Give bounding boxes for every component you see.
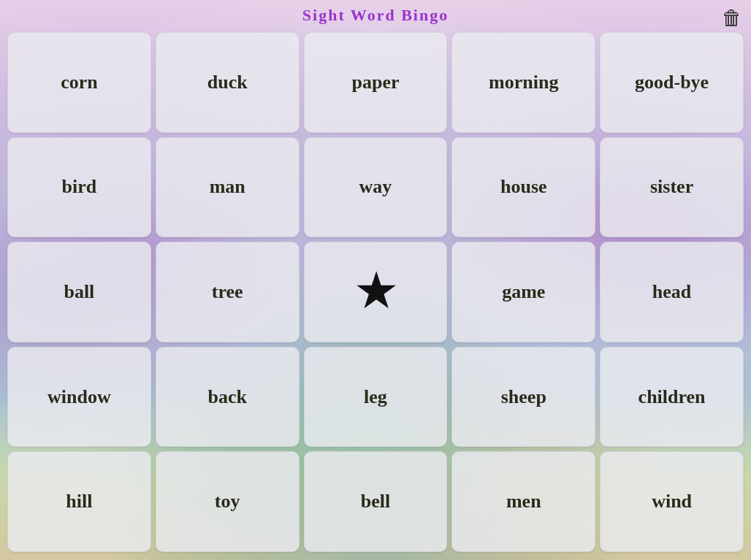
cell-label-wind: wind bbox=[652, 491, 692, 513]
cell-label-men: men bbox=[506, 491, 541, 513]
bingo-cell-ball[interactable]: ball bbox=[7, 242, 151, 342]
bingo-cell-man[interactable]: man bbox=[156, 137, 300, 238]
cell-label-children: children bbox=[638, 386, 706, 408]
bingo-cell-good-bye[interactable]: good-bye bbox=[600, 32, 744, 133]
cell-label-back: back bbox=[207, 386, 246, 408]
bingo-cell-wind[interactable]: wind bbox=[600, 451, 744, 552]
cell-label-game: game bbox=[502, 281, 545, 303]
cell-label-bird: bird bbox=[62, 176, 97, 198]
app-title: Sight Word Bingo bbox=[0, 6, 751, 25]
bingo-cell-head[interactable]: head bbox=[600, 242, 744, 342]
bingo-cell-tree[interactable]: tree bbox=[156, 242, 300, 342]
trash-button[interactable]: 🗑 bbox=[722, 6, 742, 30]
bingo-cell-bell[interactable]: bell bbox=[304, 451, 448, 552]
cell-label-leg: leg bbox=[364, 386, 387, 408]
cell-label-toy: toy bbox=[215, 491, 240, 513]
cell-label-good-bye: good-bye bbox=[635, 72, 709, 93]
cell-label-sister: sister bbox=[650, 176, 693, 198]
bingo-cell-sister[interactable]: sister bbox=[600, 137, 744, 238]
bingo-cell-window[interactable]: window bbox=[7, 347, 151, 448]
bingo-cell-game[interactable]: game bbox=[451, 242, 595, 342]
bingo-cell-duck[interactable]: duck bbox=[156, 32, 300, 133]
cell-label-tree: tree bbox=[212, 281, 243, 303]
cell-label-corn: corn bbox=[61, 72, 98, 93]
cell-label-paper: paper bbox=[351, 72, 399, 93]
cell-label-way: way bbox=[359, 176, 392, 198]
cell-label-house: house bbox=[500, 176, 547, 198]
bingo-cell-back[interactable]: back bbox=[156, 347, 300, 448]
cell-label-ball: ball bbox=[64, 281, 94, 303]
cell-label-star: ★ bbox=[356, 270, 395, 314]
bingo-cell-way[interactable]: way bbox=[304, 137, 448, 238]
app-header: Sight Word Bingo 🗑 bbox=[0, 0, 751, 29]
bingo-cell-paper[interactable]: paper bbox=[304, 32, 448, 133]
cell-label-sheep: sheep bbox=[501, 386, 546, 408]
bingo-cell-men[interactable]: men bbox=[451, 451, 595, 552]
bingo-cell-bird[interactable]: bird bbox=[7, 137, 151, 238]
cell-label-hill: hill bbox=[66, 491, 92, 513]
bingo-cell-children[interactable]: children bbox=[600, 347, 744, 448]
cell-label-bell: bell bbox=[361, 491, 390, 513]
bingo-cell-house[interactable]: house bbox=[451, 137, 595, 238]
bingo-grid: cornduckpapermorninggood-byebirdmanwayho… bbox=[0, 29, 751, 555]
bingo-cell-sheep[interactable]: sheep bbox=[451, 347, 595, 448]
cell-label-duck: duck bbox=[207, 72, 248, 93]
cell-label-head: head bbox=[652, 281, 691, 303]
cell-label-man: man bbox=[210, 176, 245, 198]
bingo-cell-toy[interactable]: toy bbox=[156, 451, 300, 552]
cell-label-window: window bbox=[47, 386, 111, 408]
bingo-cell-leg[interactable]: leg bbox=[304, 347, 448, 448]
bingo-cell-morning[interactable]: morning bbox=[451, 32, 595, 133]
cell-label-morning: morning bbox=[489, 72, 558, 93]
bingo-cell-hill[interactable]: hill bbox=[7, 451, 151, 552]
bingo-cell-corn[interactable]: corn bbox=[7, 32, 151, 133]
bingo-cell-star[interactable]: ★ bbox=[304, 242, 448, 342]
